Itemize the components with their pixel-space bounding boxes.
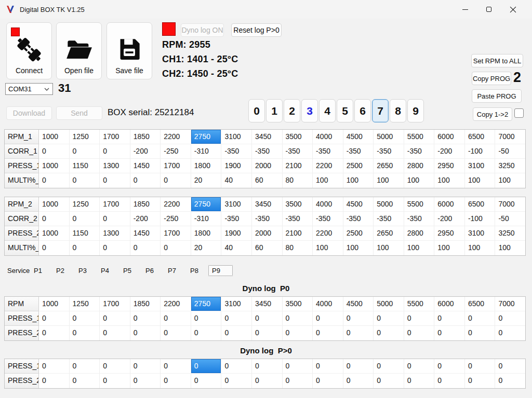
reset-log-button[interactable]: Reset log P>0: [231, 23, 282, 37]
grid-cell[interactable]: 0: [283, 359, 313, 374]
grid-cell[interactable]: 0: [161, 241, 191, 255]
grid-cell[interactable]: 1900: [221, 226, 252, 241]
grid-cell[interactable]: 0: [70, 173, 100, 188]
grid-cell[interactable]: 0: [130, 311, 161, 326]
grid-cell[interactable]: 0: [434, 359, 465, 374]
grid-cell[interactable]: 0: [161, 311, 191, 326]
grid-cell[interactable]: 5000: [374, 130, 404, 144]
grid-cell[interactable]: 3500: [283, 297, 313, 311]
grid-cell[interactable]: 3250: [495, 226, 525, 241]
tab-p1[interactable]: P1: [30, 265, 52, 277]
grid-cell[interactable]: 0: [70, 311, 100, 326]
grid-cell[interactable]: 6000: [434, 297, 465, 311]
open-file-button[interactable]: Open file: [56, 22, 102, 79]
grid-cell[interactable]: 0: [495, 326, 525, 340]
grid-cell[interactable]: 2650: [374, 226, 404, 241]
grid-cell[interactable]: 1800: [191, 226, 222, 241]
grid-cell[interactable]: 4000: [313, 197, 343, 212]
save-file-button[interactable]: Save file: [107, 22, 152, 79]
grid-cell[interactable]: 2000: [252, 159, 283, 173]
grid-cell[interactable]: 0: [465, 359, 496, 374]
grid-cell[interactable]: 0: [252, 359, 283, 374]
grid-cell[interactable]: -350: [313, 144, 343, 159]
prog-digit-8[interactable]: 8: [390, 99, 406, 122]
grid-cell[interactable]: 40: [221, 173, 252, 188]
grid-cell[interactable]: 20: [191, 241, 222, 255]
grid-cell[interactable]: 5500: [404, 297, 435, 311]
grid-cell[interactable]: 0: [70, 359, 100, 374]
grid-cell[interactable]: 2200: [161, 197, 191, 212]
grid-cell[interactable]: 1000: [39, 197, 70, 212]
grid-cell[interactable]: 2500: [343, 226, 374, 241]
grid-cell[interactable]: 0: [221, 311, 252, 326]
grid-cell[interactable]: 1250: [70, 130, 100, 144]
grid-cell[interactable]: 3450: [252, 297, 283, 311]
prog-digit-2[interactable]: 2: [284, 99, 300, 122]
grid-cell[interactable]: 2800: [404, 159, 435, 173]
grid-cell[interactable]: 3500: [283, 130, 313, 144]
grid-cell[interactable]: 1000: [39, 297, 70, 311]
grid-cell[interactable]: 0: [434, 311, 465, 326]
grid-cell[interactable]: 0: [70, 144, 100, 159]
grid-cell[interactable]: 0: [283, 311, 313, 326]
grid-cell[interactable]: -310: [191, 212, 222, 226]
grid-cell[interactable]: -200: [130, 144, 161, 159]
dyno-log-on-button[interactable]: Dyno log ON: [181, 23, 224, 37]
send-button[interactable]: Send: [56, 106, 102, 120]
grid-cell[interactable]: 100: [343, 173, 374, 188]
grid-cell[interactable]: 100: [374, 173, 404, 188]
grid-cell[interactable]: 0: [434, 374, 465, 388]
prog-digit-3[interactable]: 3: [301, 99, 318, 122]
grid-cell[interactable]: 7000: [495, 297, 525, 311]
prog-digit-5[interactable]: 5: [337, 99, 353, 122]
grid-cell[interactable]: -50: [495, 144, 525, 159]
prog-digit-6[interactable]: 6: [354, 99, 371, 122]
grid-cell[interactable]: 0: [130, 173, 161, 188]
grid-cell[interactable]: 2650: [374, 159, 404, 173]
grid-cell[interactable]: 0: [130, 241, 161, 255]
grid-cell[interactable]: 0: [70, 212, 100, 226]
grid-cell[interactable]: 0: [39, 374, 70, 388]
grid-cell[interactable]: 5500: [404, 197, 435, 212]
grid-cell[interactable]: 0: [100, 326, 130, 340]
grid-cell[interactable]: -350: [283, 144, 313, 159]
maximize-button[interactable]: [477, 0, 501, 19]
grid-cell[interactable]: -350: [374, 212, 404, 226]
grid-cell[interactable]: 3450: [252, 130, 283, 144]
grid-cell[interactable]: 2750: [191, 297, 222, 311]
grid-cell[interactable]: -310: [191, 144, 222, 159]
grid-cell[interactable]: 0: [39, 173, 70, 188]
tab-p9[interactable]: P9: [208, 265, 233, 276]
grid-cell[interactable]: 0: [221, 374, 252, 388]
grid-cell[interactable]: 1150: [70, 226, 100, 241]
grid-cell[interactable]: 0: [70, 241, 100, 255]
grid-cell[interactable]: 2750: [191, 130, 222, 144]
grid-cell[interactable]: 1850: [130, 130, 161, 144]
grid-cell[interactable]: 60: [252, 173, 283, 188]
copy-1-to-2-checkbox[interactable]: [514, 108, 524, 118]
grid-cell[interactable]: 100: [434, 173, 465, 188]
grid-cell[interactable]: 0: [313, 326, 343, 340]
grid-cell[interactable]: 100: [313, 241, 343, 255]
grid-cell[interactable]: 0: [343, 374, 374, 388]
grid-cell[interactable]: 100: [404, 241, 435, 255]
grid-cell[interactable]: 0: [495, 311, 525, 326]
tab-p7[interactable]: P7: [164, 265, 186, 277]
grid-cell[interactable]: 0: [161, 173, 191, 188]
grid-cell[interactable]: -100: [465, 144, 496, 159]
tab-p3[interactable]: P3: [74, 265, 97, 277]
grid-cell[interactable]: 0: [374, 311, 404, 326]
grid-cell[interactable]: 0: [100, 374, 130, 388]
grid-cell[interactable]: 100: [434, 241, 465, 255]
prog-digit-4[interactable]: 4: [319, 99, 336, 122]
grid-cell[interactable]: 0: [404, 359, 435, 374]
grid-cell[interactable]: 0: [465, 374, 496, 388]
grid-cell[interactable]: 0: [404, 311, 435, 326]
grid-cell[interactable]: 0: [70, 374, 100, 388]
grid-cell[interactable]: 1700: [161, 159, 191, 173]
grid-cell[interactable]: -200: [434, 144, 465, 159]
grid-cell[interactable]: 2750: [191, 197, 222, 212]
grid-cell[interactable]: 0: [191, 326, 222, 340]
grid-cell[interactable]: 0: [252, 374, 283, 388]
grid-cell[interactable]: 1250: [70, 197, 100, 212]
